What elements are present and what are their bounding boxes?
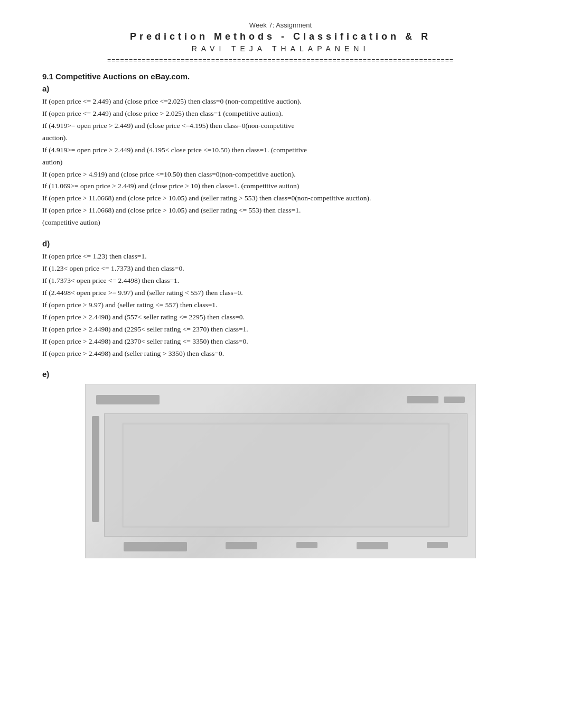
rule-a-4: If (4.919>= open price > 2.449) and (4.1… (42, 145, 519, 156)
chart-image (85, 384, 476, 558)
rule-d-5: If (open price > 9.97) and (seller ratin… (42, 300, 519, 311)
chart-bot-block-4 (357, 542, 388, 549)
sub-a-label: a) (42, 84, 519, 93)
rule-d-4: If (2.4498< open price >= 9.97) and (sel… (42, 288, 519, 299)
rule-a-1: If (open price <= 2.449) and (close pric… (42, 96, 519, 107)
chart-left-bar (92, 416, 99, 522)
rule-a-3: If (4.919>= open price > 2.449) and (clo… (42, 121, 519, 132)
chart-container (85, 384, 476, 558)
chart-bot-block-3 (296, 542, 317, 548)
rule-a-4b: aution) (42, 157, 519, 168)
rule-a-2: If (open price <= 2.449) and (close pric… (42, 108, 519, 119)
rule-d-7: If (open price > 2.4498) and (2295< sell… (42, 324, 519, 335)
rule-d-8: If (open price > 2.4498) and (2370< sell… (42, 336, 519, 347)
rule-d-1: If (open price <= 1.23) then class=1. (42, 251, 519, 262)
chart-top-block-3 (444, 397, 465, 403)
rule-a-8: If (open price > 11.0668) and (close pri… (42, 205, 519, 216)
rule-a-7: If (open price > 11.0668) and (close pri… (42, 193, 519, 204)
sub-d-label: d) (42, 239, 519, 248)
rule-d-3: If (1.7373< open price <= 2.4498) then c… (42, 275, 519, 287)
main-title: Prediction Methods - Classification & R (42, 31, 519, 42)
chart-top-block-2 (407, 396, 438, 403)
rule-a-6: If (11.069>= open price > 2.449) and (cl… (42, 181, 519, 192)
chart-bottom-row (104, 542, 467, 551)
sub-d-content: If (open price <= 1.23) then class=1. If… (42, 251, 519, 359)
rule-d-2: If (1.23< open price <= 1.7373) and then… (42, 263, 519, 274)
sub-e-label: e) (42, 370, 519, 379)
chart-top-block-1 (96, 395, 160, 404)
section-9-1-title: 9.1 Competitive Auctions on eBay.com. (42, 72, 519, 81)
chart-inner (123, 423, 448, 527)
chart-main-area (104, 413, 467, 537)
chart-bot-block-2 (226, 542, 257, 549)
chart-top-row (96, 395, 465, 404)
rule-a-5: If (open price > 4.919) and (close price… (42, 169, 519, 180)
rule-a-8b: (competitive aution) (42, 217, 519, 228)
chart-bot-block-5 (427, 542, 448, 548)
week-label: Week 7: Assignment (42, 21, 519, 29)
divider: ========================================… (42, 57, 519, 64)
rule-d-6: If (open price > 2.4498) and (557< selle… (42, 312, 519, 323)
sub-a-content: If (open price <= 2.449) and (close pric… (42, 96, 519, 228)
author-name: RAVI TEJA THALAPANENI (42, 44, 519, 53)
chart-bot-block-1 (124, 542, 187, 551)
rule-a-3b: auction). (42, 133, 519, 144)
rule-d-9: If (open price > 2.4498) and (seller rat… (42, 348, 519, 360)
